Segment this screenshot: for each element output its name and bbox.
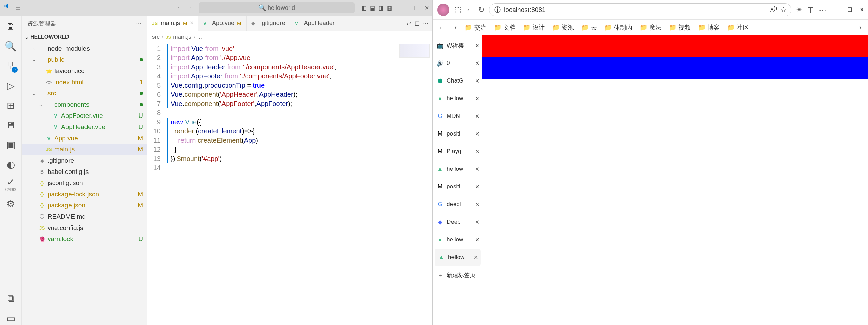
tab-close-icon[interactable]: ✕: [475, 113, 479, 120]
tab-close-icon[interactable]: ✕: [475, 42, 479, 49]
tree-item[interactable]: VAppFooter.vueU: [22, 110, 147, 121]
extensions-puzzle-icon[interactable]: ✴: [796, 5, 802, 14]
command-center[interactable]: 🔍 helloworld: [199, 2, 355, 13]
tree-item[interactable]: JSvue.config.js: [22, 222, 147, 233]
tree-item[interactable]: VApp.vueM: [22, 132, 147, 144]
address-bar[interactable]: ⓘ localhost:8081 A)) ☆: [489, 3, 791, 16]
code-line[interactable]: Vue.component('AppHeader',AppHeader);: [167, 90, 432, 99]
favorite-icon[interactable]: ☆: [780, 6, 786, 14]
tree-item[interactable]: <>index.html1: [22, 76, 147, 88]
extensions-icon[interactable]: ⊞: [4, 98, 18, 112]
vertical-tab[interactable]: 📺W祈祷✕: [433, 37, 482, 54]
editor-tab[interactable]: JSmain.jsM×: [147, 16, 198, 31]
vertical-tab[interactable]: Gdeepl✕: [433, 196, 482, 213]
source-control-icon[interactable]: ⑂9: [4, 59, 18, 73]
bookmark-folder[interactable]: 📁文档: [491, 22, 518, 33]
split-screen-icon[interactable]: ◫: [807, 5, 814, 14]
code-line[interactable]: new Vue({: [167, 118, 432, 127]
sidebar-more-icon[interactable]: ⋯: [136, 20, 142, 27]
profile-avatar[interactable]: [437, 4, 449, 16]
code-line[interactable]: [167, 108, 432, 118]
code-lines[interactable]: import Vue from 'vue'import App from './…: [166, 43, 432, 325]
minimize-icon[interactable]: —: [402, 5, 408, 11]
bookmark-folder[interactable]: 📁体制内: [602, 22, 635, 33]
tab-close-icon[interactable]: ✕: [474, 254, 478, 261]
vertical-tab[interactable]: ▲hellow✕: [433, 90, 482, 107]
tree-item[interactable]: 🧶yarn.lockU: [22, 233, 147, 245]
settings-gear-icon[interactable]: ⚙: [4, 197, 18, 211]
info-icon[interactable]: ⓘ: [494, 5, 501, 14]
code-line[interactable]: Vue.config.productionTip = true: [167, 81, 432, 90]
vertical-tab[interactable]: Mpositi✕: [433, 125, 482, 143]
hamburger-menu-icon[interactable]: ☰: [16, 5, 20, 11]
code-line[interactable]: import App from './App.vue': [167, 53, 432, 62]
workspace-root[interactable]: ⌄ HELLOWORLD: [22, 31, 147, 43]
vertical-tab[interactable]: 🔊0✕: [433, 54, 482, 72]
vertical-tab[interactable]: Mpositi✕: [433, 178, 482, 196]
tree-item[interactable]: ›node_modules: [22, 43, 147, 54]
tree-item[interactable]: Bbabel.config.js: [22, 166, 147, 177]
code-editor[interactable]: 1234567891011121314 import Vue from 'vue…: [147, 43, 432, 325]
bookmark-folder[interactable]: 📁魔法: [637, 22, 664, 33]
workspaces-icon[interactable]: ⬚: [454, 5, 461, 14]
tab-close-icon[interactable]: ✕: [475, 60, 479, 67]
tab-close-icon[interactable]: ✕: [475, 219, 479, 225]
tab-close-icon[interactable]: ×: [190, 20, 194, 27]
bookmark-folder[interactable]: 📁云: [579, 22, 600, 33]
editor-tab[interactable]: VApp.vueM: [198, 16, 247, 31]
bookmark-folder[interactable]: 📁交流: [462, 22, 489, 33]
vertical-tab[interactable]: ◆Deep✕: [433, 213, 482, 231]
explorer-icon[interactable]: 🗎: [4, 20, 18, 33]
nav-forward-icon[interactable]: →: [187, 5, 192, 11]
vertical-tab[interactable]: GMDN✕: [433, 107, 482, 125]
editor-tab[interactable]: VAppHeader: [290, 16, 340, 31]
tab-close-icon[interactable]: ✕: [475, 237, 479, 243]
code-line[interactable]: [167, 163, 432, 173]
search-activity-icon[interactable]: 🔍: [4, 39, 18, 53]
tab-close-icon[interactable]: ✕: [475, 184, 479, 190]
tree-item[interactable]: ⌄public: [22, 54, 147, 65]
bookmarks-forward-icon[interactable]: ›: [856, 22, 865, 32]
tree-item[interactable]: ⭐favicon.ico: [22, 65, 147, 76]
layout-sidebar-left-icon[interactable]: ◧: [362, 5, 367, 11]
layout-sidebar-right-icon[interactable]: ◨: [379, 5, 384, 11]
tree-item[interactable]: VAppHeader.vueU: [22, 121, 147, 132]
tab-close-icon[interactable]: ✕: [475, 78, 479, 84]
edge-icon[interactable]: ◐: [4, 158, 18, 171]
tab-close-icon[interactable]: ✕: [475, 201, 479, 208]
refresh-icon[interactable]: ↻: [478, 5, 484, 14]
tree-item[interactable]: ⌄components: [22, 99, 147, 110]
bookmark-folder[interactable]: 📁视频: [666, 22, 693, 33]
layout-customize-icon[interactable]: ▦: [387, 5, 392, 11]
code-line[interactable]: import AppHeader from './components/AppH…: [167, 62, 432, 72]
bookmark-folder[interactable]: 📁博客: [695, 22, 722, 33]
vertical-tab[interactable]: ▲hellow✕: [433, 231, 482, 249]
vertical-tab[interactable]: ⬢ChatG✕: [433, 72, 482, 90]
cmsis-icon[interactable]: ✓CMSIS: [4, 177, 18, 191]
code-line[interactable]: Vue.component('AppFooter',AppFooter);: [167, 99, 432, 108]
chip-icon[interactable]: ▣: [4, 138, 18, 151]
remote-icon[interactable]: 🖥: [4, 118, 18, 132]
more-menu-icon[interactable]: ⋯: [819, 5, 826, 14]
code-line[interactable]: render:(createElement)=>{: [167, 127, 432, 136]
code-line[interactable]: import AppFooter from './components/AppF…: [167, 72, 432, 81]
tab-close-icon[interactable]: ✕: [475, 166, 479, 173]
vertical-tab[interactable]: MPlayg✕: [433, 143, 482, 160]
device-icon[interactable]: ▭: [4, 311, 18, 325]
run-debug-icon[interactable]: ▷: [4, 79, 18, 92]
layout-panel-icon[interactable]: ⬓: [370, 5, 375, 11]
tab-actions-icon[interactable]: ▭: [437, 22, 449, 33]
vertical-tab[interactable]: ▲hellow✕: [435, 249, 481, 266]
tree-item[interactable]: {}package.jsonM: [22, 200, 147, 211]
maximize-icon[interactable]: ☐: [414, 5, 419, 11]
minimap[interactable]: [399, 44, 430, 58]
code-line[interactable]: import Vue from 'vue': [167, 44, 432, 53]
back-icon[interactable]: ←: [466, 5, 474, 14]
minimize-icon[interactable]: —: [834, 6, 840, 13]
vertical-tab[interactable]: ▲hellow✕: [433, 160, 482, 178]
close-icon[interactable]: ✕: [860, 6, 864, 13]
bookmark-folder[interactable]: 📁社区: [725, 22, 752, 33]
maximize-icon[interactable]: ☐: [847, 6, 852, 13]
bookmarks-back-icon[interactable]: ‹: [451, 22, 460, 32]
editor-tab[interactable]: ◆.gitignore: [247, 16, 290, 31]
